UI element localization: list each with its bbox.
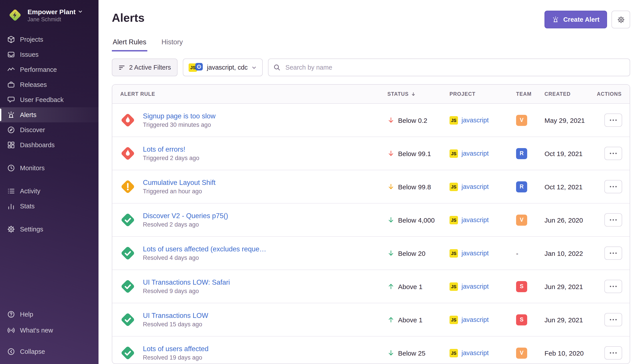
team-avatar: R (516, 148, 527, 159)
sidebar-item-discover[interactable]: Discover (0, 122, 99, 138)
project-link[interactable]: javascript (462, 316, 489, 323)
created-date: Jun 29, 2021 (544, 316, 597, 324)
row-actions-button[interactable] (604, 346, 622, 360)
javascript-platform-icon: JS (450, 316, 458, 324)
alert-rule-link[interactable]: Discover V2 - Queries p75() (143, 212, 228, 220)
team-none: - (516, 248, 527, 259)
project-link[interactable]: javascript (462, 183, 489, 190)
row-actions-button[interactable] (604, 213, 622, 226)
create-alert-label: Create Alert (563, 16, 599, 23)
row-actions-button[interactable] (604, 246, 622, 260)
project-link[interactable]: javascript (462, 216, 489, 224)
sidebar-item-label: User Feedback (20, 96, 64, 103)
active-filters-button[interactable]: 2 Active Filters (112, 58, 178, 76)
sidebar-item-monitors[interactable]: Monitors (0, 160, 99, 176)
search-input[interactable] (268, 58, 630, 76)
org-switcher[interactable]: Empower Plant Jane Schmidt (0, 0, 99, 32)
alert-rule-link[interactable]: Lots of errors! (143, 146, 199, 154)
arrow-down-icon (387, 183, 395, 190)
project-link[interactable]: javascript (462, 116, 489, 124)
bar-chart-icon (7, 202, 15, 210)
cdc-platform-icon (195, 62, 203, 72)
project-link[interactable]: javascript (462, 150, 489, 157)
alert-rule-link[interactable]: Lots of users affected (143, 345, 209, 353)
sidebar-item-alerts[interactable]: Alerts (0, 107, 99, 122)
sidebar-item-label: Stats (20, 202, 35, 210)
sidebar-item-activity[interactable]: Activity (0, 184, 99, 199)
alert-rule-link[interactable]: UI Transactions LOW (143, 312, 208, 320)
sidebar-item-stats[interactable]: Stats (0, 199, 99, 214)
sidebar-item-dashboards[interactable]: Dashboards (0, 138, 99, 152)
row-actions-button[interactable] (604, 180, 622, 193)
table-row: Signup page is too slowTriggered 30 minu… (112, 104, 630, 137)
user-name: Jane Schmidt (28, 16, 83, 22)
list-icon (7, 187, 15, 195)
alert-rule-link[interactable]: Cumulative Layout Shift (143, 179, 215, 187)
flame-diamond-icon (119, 112, 136, 128)
created-date: Oct 12, 2021 (544, 183, 597, 190)
gear-icon (617, 16, 624, 23)
cube-icon (7, 36, 15, 44)
filter-icon (119, 64, 125, 71)
sidebar-item-label: Issues (20, 51, 39, 58)
alert-rule-link[interactable]: UI Transactions LOW: Safari (143, 278, 230, 286)
project-filter-dropdown[interactable]: JS javascript, cdc (183, 58, 263, 76)
tab-history[interactable]: History (161, 38, 184, 52)
tab-alert-rules[interactable]: Alert Rules (112, 38, 147, 52)
briefcase-icon (7, 81, 15, 89)
project-link[interactable]: javascript (462, 349, 489, 356)
team-avatar: V (516, 114, 527, 126)
javascript-platform-icon: JS (450, 282, 458, 290)
sidebar-item-label: Settings (20, 226, 43, 233)
alert-rule-link[interactable]: Lots of users affected (excludes reque… (143, 245, 266, 253)
sidebar-item-projects[interactable]: Projects (0, 32, 99, 47)
alert-rule-link[interactable]: Signup page is too slow (143, 112, 215, 120)
arrow-up-icon (387, 283, 395, 290)
sidebar-footer: Help What's new Collapse (0, 306, 99, 364)
flame-diamond-icon (119, 145, 136, 162)
row-actions-button[interactable] (604, 280, 622, 293)
column-status[interactable]: STATUS (387, 91, 450, 97)
sidebar-item-label: Alerts (20, 111, 36, 118)
row-actions-button[interactable] (604, 147, 622, 160)
project-link[interactable]: javascript (462, 283, 489, 290)
alerts-table: ALERT RULE STATUS PROJECT TEAM CREATED A… (112, 84, 630, 364)
created-date: Jun 29, 2021 (544, 283, 597, 290)
warning-diamond-icon (119, 178, 136, 195)
sidebar-item-whats-new[interactable]: What's new (0, 322, 99, 338)
compass-icon (7, 126, 15, 134)
row-actions-button[interactable] (604, 114, 622, 127)
arrow-up-icon (387, 316, 395, 323)
javascript-platform-icon: JS (450, 116, 458, 124)
sidebar-item-label: Help (20, 311, 33, 318)
javascript-platform-icon: JS (450, 249, 458, 257)
sidebar-item-releases[interactable]: Releases (0, 77, 99, 92)
alert-rule-subtitle: Resolved 19 days ago (143, 354, 209, 361)
team-avatar: S (516, 314, 527, 325)
create-alert-button[interactable]: Create Alert (545, 11, 607, 28)
tab-bar: Alert Rules History (112, 38, 630, 52)
sidebar-item-help[interactable]: Help (0, 306, 99, 322)
created-date: Feb 10, 2020 (544, 349, 597, 357)
project-link[interactable]: javascript (462, 250, 489, 257)
alert-rule-subtitle: Resolved 2 days ago (143, 221, 228, 228)
table-row: Lots of users affected (excludes reque…R… (112, 237, 630, 270)
sidebar-item-issues[interactable]: Issues (0, 47, 99, 62)
status-value: Below 99.1 (398, 150, 431, 157)
sidebar-item-settings[interactable]: Settings (0, 222, 99, 237)
sidebar-item-label: Releases (20, 81, 47, 88)
created-date: May 29, 2021 (544, 116, 597, 124)
sidebar-item-performance[interactable]: Performance (0, 62, 99, 77)
arrow-down-icon (387, 250, 395, 257)
alert-settings-button[interactable] (611, 11, 630, 28)
sidebar-collapse-button[interactable]: Collapse (0, 344, 99, 360)
javascript-platform-icon: JS (450, 149, 458, 158)
team-avatar: V (516, 347, 527, 358)
row-actions-button[interactable] (604, 313, 622, 326)
sidebar-item-user-feedback[interactable]: User Feedback (0, 92, 99, 107)
column-team: TEAM (516, 91, 544, 97)
alert-rule-subtitle: Triggered an hour ago (143, 188, 215, 195)
alert-rule-subtitle: Resolved 9 days ago (143, 288, 230, 294)
main-content: Alerts Create Alert Alert Rules History … (99, 0, 639, 364)
sidebar-item-label: Monitors (20, 164, 45, 172)
